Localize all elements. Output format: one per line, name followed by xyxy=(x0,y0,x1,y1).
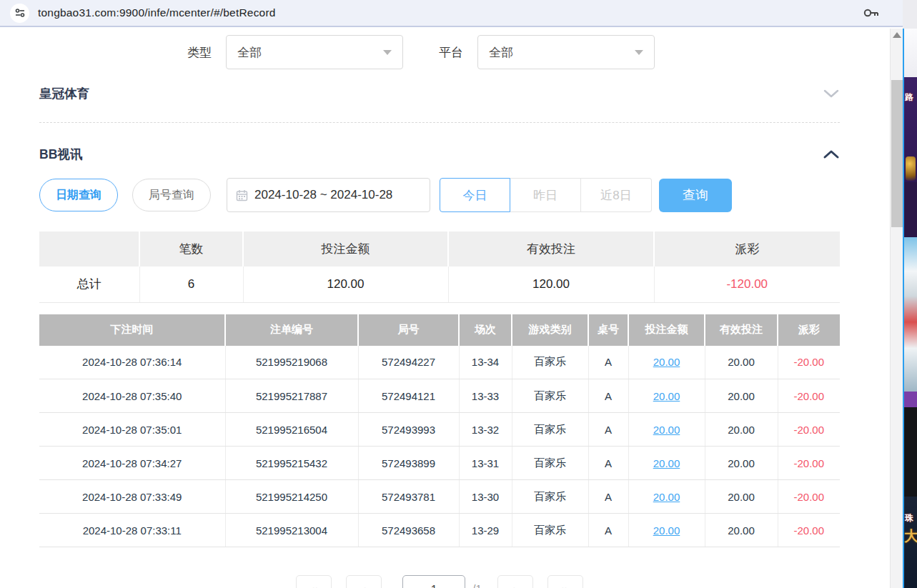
bet-amount-link[interactable]: 20.00 xyxy=(653,491,680,503)
summary-count-value: 6 xyxy=(139,266,243,302)
round-query-tab[interactable]: 局号查询 xyxy=(132,179,211,211)
summary-count-header: 笔数 xyxy=(139,231,243,266)
payout-cell: -20.00 xyxy=(778,379,840,413)
session-cell: 13-33 xyxy=(459,379,512,413)
date-range-value: 2024-10-28 ~ 2024-10-28 xyxy=(254,188,392,202)
yesterday-button[interactable]: 昨日 xyxy=(510,178,581,212)
bet-record-page: 类型 全部 平台 全部 皇冠体育 BB视讯 日期查询 xyxy=(0,29,890,588)
valid-bet-cell: 20.00 xyxy=(705,413,778,447)
last-page-button[interactable]: » xyxy=(547,575,583,588)
payout-cell: -20.00 xyxy=(778,480,840,514)
date-query-tab[interactable]: 日期查询 xyxy=(39,179,118,211)
game-type-cell: 百家乐 xyxy=(512,379,588,413)
game-type-header: 游戏类别 xyxy=(512,314,588,346)
type-select-value: 全部 xyxy=(237,44,383,61)
table-no-cell: A xyxy=(588,514,628,547)
order-id-cell: 521995214250 xyxy=(225,480,358,514)
round-id-header: 局号 xyxy=(358,314,459,346)
strip-banners: 路 珠 大 xyxy=(903,29,917,588)
session-cell: 13-29 xyxy=(459,514,512,547)
search-button[interactable]: 查询 xyxy=(659,179,732,212)
browser-url-bar: tongbao31.com:9900/infe/mcenter/#/betRec… xyxy=(0,0,903,27)
last-8-days-button[interactable]: 近8日 xyxy=(581,178,652,212)
type-filter-label: 类型 xyxy=(187,44,212,61)
game-type-cell: 百家乐 xyxy=(512,480,588,514)
payout-cell: -20.00 xyxy=(778,514,840,547)
summary-total-label: 总计 xyxy=(39,266,139,302)
banner-light xyxy=(904,29,917,77)
date-range-picker[interactable]: 2024-10-28 ~ 2024-10-28 xyxy=(227,178,430,212)
bet-amount-header: 投注金额 xyxy=(628,314,705,346)
table-row: 2024-10-28 07:33:49521995214250572493781… xyxy=(39,480,840,514)
round-id-cell: 572494121 xyxy=(358,379,459,413)
bet-time-cell: 2024-10-28 07:33:49 xyxy=(39,480,225,514)
order-id-cell: 521995216504 xyxy=(225,413,358,447)
first-page-button[interactable]: « xyxy=(296,575,332,588)
calendar-icon xyxy=(236,189,248,201)
prev-page-button[interactable]: ‹ xyxy=(346,575,382,588)
game-type-cell: 百家乐 xyxy=(512,514,588,547)
bet-time-cell: 2024-10-28 07:36:14 xyxy=(39,346,225,379)
valid-bet-cell: 20.00 xyxy=(705,447,778,480)
platform-select[interactable]: 全部 xyxy=(477,35,655,69)
section-crown-sports: 皇冠体育 xyxy=(39,85,840,123)
query-toolbar: 日期查询 局号查询 2024-10-28 ~ 2024-10-28 今日 昨日 … xyxy=(39,178,840,212)
table-row: 2024-10-28 07:35:01521995216504572493993… xyxy=(39,413,840,447)
session-cell: 13-31 xyxy=(459,447,512,480)
crown-sports-title: 皇冠体育 xyxy=(39,85,89,102)
bet-records-table: 下注时间注单编号局号场次游戏类别桌号投注金额有效投注派彩 2024-10-28 … xyxy=(39,314,840,548)
banner-dark-purple xyxy=(904,182,917,237)
bet-amount-cell: 20.00 xyxy=(628,480,705,514)
bet-amount-link[interactable]: 20.00 xyxy=(653,390,680,402)
bet-time-cell: 2024-10-28 07:35:01 xyxy=(39,413,225,447)
bet-amount-link[interactable]: 20.00 xyxy=(653,457,680,469)
pagination: « ‹ /1 › » xyxy=(39,575,840,588)
bet-table-body: 2024-10-28 07:36:14521995219068572494227… xyxy=(39,346,840,547)
scroll-up-arrow-icon[interactable] xyxy=(893,32,901,38)
bet-amount-cell: 20.00 xyxy=(628,379,705,413)
banner-shark-image xyxy=(904,237,917,392)
payout-cell: -20.00 xyxy=(778,346,840,379)
collapse-bb-video-chevron-up-icon[interactable] xyxy=(823,149,840,160)
page-number-input[interactable] xyxy=(402,575,465,588)
bet-amount-link[interactable]: 20.00 xyxy=(653,356,680,368)
quick-range-group: 今日 昨日 近8日 xyxy=(440,178,652,212)
round-id-cell: 572493993 xyxy=(358,413,459,447)
game-type-cell: 百家乐 xyxy=(512,413,588,447)
valid-bet-header: 有效投注 xyxy=(705,314,778,346)
bet-amount-link[interactable]: 20.00 xyxy=(653,424,680,436)
summary-table: 笔数 投注金额 有效投注 派彩 总计 6 120.00 120.00 -120.… xyxy=(39,231,840,303)
section-bb-video: BB视讯 xyxy=(39,146,840,163)
valid-bet-cell: 20.00 xyxy=(705,379,778,413)
chevron-down-icon xyxy=(383,50,392,55)
site-settings-icon[interactable] xyxy=(10,4,29,23)
summary-valid-bet-value: 120.00 xyxy=(448,266,654,302)
vertical-scrollbar[interactable] xyxy=(890,29,903,588)
bet-time-cell: 2024-10-28 07:35:40 xyxy=(39,379,225,413)
summary-total-row: 总计 6 120.00 120.00 -120.00 xyxy=(39,266,840,302)
bet-time-cell: 2024-10-28 07:34:27 xyxy=(39,447,225,480)
game-type-cell: 百家乐 xyxy=(512,346,588,379)
scrollbar-thumb[interactable] xyxy=(891,80,903,227)
expand-crown-sports-chevron-down-icon[interactable] xyxy=(823,88,840,99)
valid-bet-cell: 20.00 xyxy=(705,514,778,547)
password-key-icon[interactable] xyxy=(863,6,880,19)
table-no-cell: A xyxy=(588,447,628,480)
summary-header-row: 笔数 投注金额 有效投注 派彩 xyxy=(39,231,840,266)
today-button[interactable]: 今日 xyxy=(440,178,510,212)
type-select[interactable]: 全部 xyxy=(226,35,403,69)
order-id-cell: 521995219068 xyxy=(225,346,358,379)
banner-black xyxy=(904,407,917,497)
page-total-label: /1 xyxy=(472,582,482,588)
table-row: 2024-10-28 07:34:27521995215432572493899… xyxy=(39,447,840,480)
round-id-cell: 572493899 xyxy=(358,447,459,480)
next-page-button[interactable]: › xyxy=(497,575,533,588)
strip-top-segment xyxy=(903,0,917,29)
bet-amount-cell: 20.00 xyxy=(628,514,705,547)
bet-amount-link[interactable]: 20.00 xyxy=(653,524,680,537)
summary-payout-header: 派彩 xyxy=(654,231,840,266)
bet-table-header-row: 下注时间注单编号局号场次游戏类别桌号投注金额有效投注派彩 xyxy=(39,314,840,346)
order-id-cell: 521995217887 xyxy=(225,379,358,413)
bet-amount-cell: 20.00 xyxy=(628,346,705,379)
url-text[interactable]: tongbao31.com:9900/infe/mcenter/#/betRec… xyxy=(38,6,863,19)
